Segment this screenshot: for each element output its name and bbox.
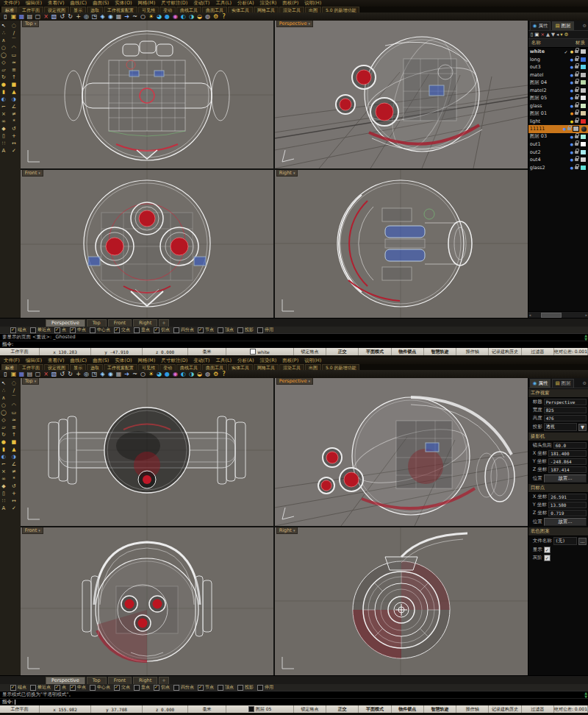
toolbar-tab[interactable]: 工作视窗配置 [104,364,137,370]
viewport-tab[interactable]: Right [133,677,157,684]
command-scroll-arrows[interactable]: ▲▼ [584,334,587,341]
viewport-title-perspective[interactable]: Perspective▾ [276,378,313,385]
ellipse-icon[interactable]: ◯ [0,51,7,59]
toolbar-tab[interactable]: 工作平面 [18,7,43,13]
viewport-tab[interactable]: Front [108,677,132,684]
osnap-item[interactable]: 端点 [10,684,26,691]
menu-item[interactable]: 变动(T) [193,0,209,7]
target-z-value[interactable]: 0.719 [548,510,587,516]
osnap-item[interactable]: 交点 [114,684,130,691]
bulb-icon[interactable]: ● [570,49,573,54]
scale-icon[interactable]: ◆ [0,483,7,490]
pan-icon[interactable]: + [75,13,82,21]
osnap-item[interactable]: 点 [54,327,66,333]
move-icon[interactable]: ➔ [123,13,130,21]
layer-row[interactable]: matel ● [528,71,588,79]
layer-row[interactable]: light ● [528,118,588,126]
status-toggle[interactable]: 平面模式 [359,705,391,713]
toolbar-tab[interactable]: 5.0 的新增功能 [322,364,359,370]
osnap-item[interactable]: 中心点 [90,684,110,691]
bulb-icon[interactable]: ● [570,135,573,139]
menu-item[interactable]: 渲染(R) [260,0,277,7]
scroll-right-icon[interactable]: ▸ [585,313,587,317]
checkbox[interactable] [257,327,263,333]
menu-item[interactable]: 实体(O) [115,358,132,364]
chamfer-icon[interactable]: ∠ [10,103,17,110]
camera-y-value[interactable]: -248.864 [548,458,587,465]
viewport-title-front[interactable]: Front▾ [22,170,43,177]
rotate-view-icon[interactable]: ↻ [67,371,74,378]
target-place-button[interactable]: 放置... [544,518,587,526]
checkbox[interactable] [114,685,120,691]
osnap-item[interactable]: 垂点 [134,684,150,691]
layer-color-swatch[interactable] [580,64,587,70]
text-icon[interactable]: A [0,147,7,154]
viewport-title-right[interactable]: Right▾ [276,170,298,177]
ellipse-icon[interactable]: ◯ [0,409,7,416]
camera-x-value[interactable]: 181.400 [548,450,587,457]
lock-icon[interactable] [575,50,578,53]
material-icon[interactable]: ◕ [156,13,162,21]
menu-item[interactable]: 编辑(E) [26,0,42,7]
lock-icon[interactable] [575,74,578,77]
move-icon[interactable]: + [10,132,17,140]
menu-item[interactable]: 查看(V) [48,358,65,364]
checkbox[interactable] [154,685,159,691]
point-icon[interactable]: ∴ [0,387,7,394]
move-icon[interactable]: + [10,490,17,497]
toolbar-tab[interactable]: 变动 [159,7,176,13]
layer-color-swatch[interactable] [580,79,587,85]
color-wheel-icon[interactable]: ◉ [172,371,179,378]
point-icon[interactable]: ∴ [0,29,7,37]
menu-item[interactable]: 工具(L) [215,358,232,364]
delete-icon[interactable]: × [43,13,49,21]
box-icon[interactable]: ■ [10,438,17,446]
boolean-difference-icon[interactable]: ◑ [10,96,17,103]
menu-item[interactable]: 编辑(E) [26,358,42,364]
checkbox[interactable] [257,685,263,691]
explode-icon[interactable]: * [10,475,17,483]
fillet-icon[interactable]: ⌐ [0,460,7,468]
layer-color-swatch[interactable] [580,110,587,116]
lock-icon[interactable] [575,135,578,138]
circle-icon[interactable]: ○ [140,13,146,21]
wireframe-mode-icon[interactable]: ◍ [204,371,211,378]
menu-item[interactable]: 面板(P) [282,358,298,364]
ghosted-mode-icon[interactable]: ◑ [188,371,195,378]
move-icon[interactable]: ➔ [123,371,130,378]
status-toggle[interactable]: 智慧轨迹 [424,705,456,713]
osnap-item[interactable]: 顶点 [218,684,234,691]
status-toggle[interactable]: 操作轴 [456,705,489,713]
lock-icon[interactable] [575,120,578,123]
viewport-tab[interactable]: Right [133,319,157,327]
boolean-union-icon[interactable]: ◐ [0,453,7,460]
checkbox[interactable] [218,685,223,691]
lock-icon[interactable] [567,127,571,130]
settings-icon[interactable]: ⚙ [212,13,219,21]
loft-icon[interactable]: ≡ [10,424,17,431]
status-toggle[interactable]: 绝对公差: 0.001 [554,705,588,713]
layer-color-swatch[interactable] [580,57,587,63]
osnap-item[interactable]: 点 [54,684,66,691]
delete-layer-icon[interactable]: × [540,32,544,38]
viewport-tab[interactable]: Top [87,319,107,327]
toolbar-tab[interactable]: 选取 [87,364,103,370]
menu-item[interactable]: 尺寸标注(D) [161,358,187,364]
ghosted-mode-icon[interactable]: ◑ [188,13,195,21]
checkbox[interactable] [134,685,140,691]
settings-icon[interactable]: ⚙ [212,371,219,378]
toolbar-tab[interactable]: 出图 [305,364,321,370]
toolbar-tab[interactable]: 曲线工具 [176,364,201,370]
status-toggle[interactable]: 正交 [326,705,359,713]
layer-panel-scrollbar[interactable]: ◂ ▸ [528,311,588,318]
extrude-icon[interactable]: ↑ [10,431,17,438]
surface-icon[interactable]: ▱ [0,424,7,431]
panel-menu-icon[interactable]: ⚙ [583,23,587,28]
curve-icon[interactable]: ~ [132,13,138,21]
toolbar-tab[interactable]: 可见性 [138,7,159,13]
toolbar-tab[interactable]: 渲染工具 [279,7,304,13]
command-scroll-arrows[interactable]: ▲▼ [584,691,587,698]
new-layer-icon[interactable]: ▯ [531,32,534,38]
checkbox[interactable] [30,685,36,691]
bulb-icon[interactable]: ● [570,157,573,162]
